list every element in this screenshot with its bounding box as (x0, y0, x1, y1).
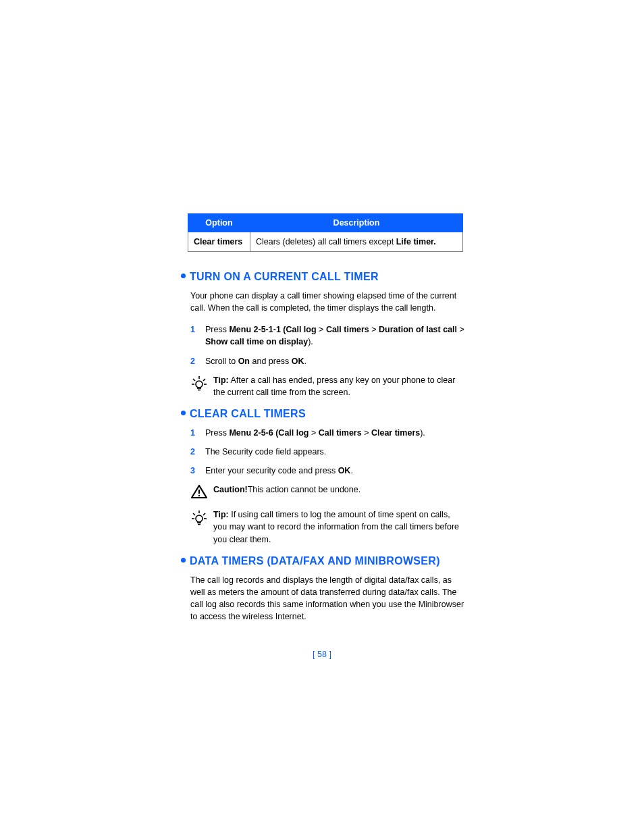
tip-note: Tip: If using call timers to log the amo… (190, 509, 464, 545)
step-1: 1 Press Menu 2-5-1-1 (Call log > Call ti… (190, 323, 464, 348)
svg-point-0 (196, 381, 203, 388)
tip-note: Tip: After a call has ended, press any k… (190, 374, 464, 398)
table-header-description: Description (250, 214, 463, 232)
options-table: Option Description Clear timers Clears (… (188, 213, 463, 252)
bullet-icon (181, 273, 186, 278)
step-3: 3 Enter your security code and press OK. (190, 465, 464, 477)
svg-line-13 (203, 513, 205, 515)
caution-icon (190, 484, 208, 499)
section-heading-turn-on-timer: TURN ON A CURRENT CALL TIMER (181, 271, 464, 283)
section-intro: The call log records and displays the le… (190, 574, 464, 623)
svg-line-3 (203, 379, 205, 381)
bullet-icon (181, 411, 186, 415)
svg-point-9 (198, 495, 200, 497)
bullet-icon (181, 558, 186, 563)
table-header-option: Option (188, 214, 250, 232)
table-row: Clear timers Clears (deletes) all call t… (188, 232, 463, 252)
svg-point-10 (196, 515, 203, 522)
section-heading-data-timers: DATA TIMERS (DATA/FAX AND MINIBROWSER) (181, 555, 464, 567)
tip-icon (190, 375, 208, 392)
caution-note: Caution!This action cannot be undone. (190, 484, 464, 499)
description-cell: Clears (deletes) all call timers except … (250, 232, 463, 252)
step-2: 2 The Security code field appears. (190, 446, 464, 458)
tip-icon (190, 509, 208, 527)
section-intro: Your phone can display a call timer show… (190, 290, 464, 314)
step-1: 1 Press Menu 2-5-6 (Call log > Call time… (190, 427, 464, 439)
svg-line-12 (193, 513, 195, 515)
option-cell: Clear timers (188, 232, 250, 252)
page-number: [ 58 ] (0, 650, 644, 659)
svg-line-2 (193, 379, 195, 381)
page-content: Option Description Clear timers Clears (… (181, 213, 464, 632)
step-2: 2 Scroll to On and press OK. (190, 355, 464, 367)
section-heading-clear-timers: CLEAR CALL TIMERS (181, 408, 464, 420)
